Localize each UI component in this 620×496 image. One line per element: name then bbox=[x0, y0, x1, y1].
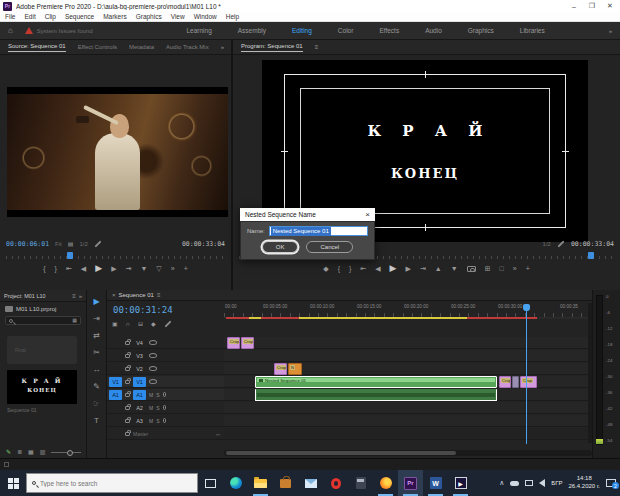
thumbnail-zoom-slider[interactable] bbox=[51, 452, 81, 453]
minimize-button[interactable]: – bbox=[567, 3, 581, 10]
lock-icon[interactable] bbox=[125, 341, 130, 345]
workspace-tab-editing[interactable]: Editing bbox=[292, 27, 312, 34]
add-marker-button[interactable]: ◆ bbox=[323, 265, 328, 272]
timeline-add-marker-icon[interactable]: ◆ bbox=[151, 321, 156, 327]
project-item-1-thumbnail[interactable]: Final bbox=[7, 336, 77, 364]
step-back-button[interactable]: ◀ bbox=[81, 265, 86, 272]
mark-in-button[interactable]: { bbox=[43, 265, 45, 272]
project-panel-menu-icon[interactable]: ≡ bbox=[72, 293, 76, 299]
track-header-v4[interactable]: V4 bbox=[107, 337, 224, 349]
project-overflow-icon[interactable]: » bbox=[79, 293, 82, 299]
project-search-input[interactable] bbox=[16, 318, 69, 324]
snap-icon[interactable]: ∩ bbox=[126, 321, 130, 327]
track-name-v2[interactable]: V2 bbox=[133, 364, 146, 374]
nested-sequence-audio-clip[interactable] bbox=[255, 389, 497, 401]
menu-sequence[interactable]: Sequence bbox=[65, 13, 94, 20]
start-button[interactable] bbox=[0, 470, 26, 496]
calculator-button[interactable] bbox=[348, 470, 373, 496]
project-file-row[interactable]: M01 L10.prproj bbox=[0, 302, 86, 314]
overwrite-button[interactable]: ▽ bbox=[156, 265, 161, 272]
lock-icon[interactable] bbox=[125, 367, 130, 371]
track-header-a3[interactable]: A3 M S bbox=[107, 415, 224, 427]
program-playhead[interactable] bbox=[588, 252, 594, 259]
freeform-view-icon[interactable]: ▥ bbox=[40, 449, 46, 455]
menu-view[interactable]: View bbox=[171, 13, 185, 20]
clip-crop[interactable]: Crop bbox=[241, 337, 254, 349]
timeline-tab-close-icon[interactable]: × bbox=[112, 292, 116, 298]
clip-small[interactable] bbox=[512, 376, 519, 388]
go-to-out-button[interactable]: ⇥ bbox=[126, 265, 132, 272]
track-name-a1[interactable]: A1 bbox=[133, 390, 146, 400]
taskbar-search-input[interactable] bbox=[40, 480, 170, 487]
program-play-button[interactable]: ▶ bbox=[390, 264, 397, 273]
mail-button[interactable] bbox=[298, 470, 323, 496]
lock-icon[interactable] bbox=[125, 406, 130, 410]
workspace-tab-libraries[interactable]: Libraries bbox=[520, 27, 545, 34]
panel-overflow-icon[interactable]: » bbox=[221, 44, 224, 50]
workspace-overflow-icon[interactable]: » bbox=[609, 28, 612, 34]
project-item-2-label[interactable]: Sequence 01 bbox=[7, 407, 77, 413]
tab-project[interactable]: Project: M01 L10 bbox=[4, 293, 69, 299]
track-name-v1[interactable]: V1 bbox=[133, 377, 146, 387]
timeline-playhead[interactable] bbox=[526, 304, 527, 444]
workspace-tab-effects[interactable]: Effects bbox=[379, 27, 399, 34]
close-button[interactable]: ✕ bbox=[603, 2, 617, 10]
clip-nested[interactable]: N bbox=[288, 363, 302, 375]
razor-tool[interactable]: ✂ bbox=[93, 349, 100, 357]
track-header-v3[interactable]: V3 bbox=[107, 350, 224, 362]
timeline-settings-wrench-icon[interactable] bbox=[164, 320, 171, 327]
workspace-tab-graphics[interactable]: Graphics bbox=[468, 27, 494, 34]
comparison-view-button[interactable]: ⊞ bbox=[485, 265, 491, 272]
panel-menu-icon[interactable]: ≡ bbox=[315, 44, 319, 50]
safe-margins-button[interactable]: □ bbox=[500, 265, 504, 272]
type-tool[interactable]: T bbox=[94, 417, 99, 425]
firefox-button[interactable] bbox=[373, 470, 398, 496]
source-zoom-select[interactable]: Fit bbox=[55, 241, 62, 247]
track-header-v1[interactable]: V1 V1 bbox=[107, 376, 224, 388]
track-lane-master[interactable] bbox=[224, 428, 592, 440]
voiceover-mic-icon[interactable] bbox=[163, 392, 166, 397]
transport-overflow-icon[interactable]: » bbox=[171, 265, 175, 272]
source-resolution-select[interactable]: 1/2 bbox=[79, 241, 87, 247]
mute-button[interactable]: M bbox=[149, 392, 153, 398]
menu-help[interactable]: Help bbox=[226, 13, 239, 20]
tab-metadata[interactable]: Metadata bbox=[129, 44, 154, 50]
extract-button[interactable]: ▼ bbox=[451, 265, 458, 272]
program-mark-in-button[interactable]: { bbox=[338, 265, 340, 272]
scrollbar-thumb[interactable] bbox=[226, 451, 456, 455]
program-settings-wrench-icon[interactable] bbox=[557, 240, 564, 247]
captions-icon[interactable]: ▤ bbox=[68, 241, 74, 247]
nest-toggle-icon[interactable]: ▣ bbox=[112, 321, 118, 327]
volume-icon[interactable] bbox=[539, 479, 545, 487]
timeline-ruler[interactable]: 00:00 00:00:05:00 00:00:10:00 00:00:15:0… bbox=[224, 303, 592, 317]
program-button-editor-icon[interactable]: + bbox=[526, 265, 530, 272]
menu-clip[interactable]: Clip bbox=[45, 13, 56, 20]
premiere-pro-button[interactable]: Pr bbox=[398, 470, 423, 496]
track-header-master[interactable]: Master ↔ bbox=[107, 428, 224, 440]
insert-button[interactable]: ▼ bbox=[140, 265, 147, 272]
filter-bin-icon[interactable]: ▦ bbox=[72, 318, 77, 323]
track-lane-v3[interactable] bbox=[224, 350, 592, 362]
tab-source[interactable]: Source: Sequence 01 bbox=[8, 43, 66, 52]
system-issues-label[interactable]: System Issues found bbox=[37, 28, 93, 34]
maximize-button[interactable]: ❐ bbox=[585, 2, 599, 10]
menu-file[interactable]: File bbox=[5, 13, 15, 20]
cancel-button[interactable]: Cancel bbox=[306, 241, 353, 253]
dialog-titlebar[interactable]: Nested Sequence Name × bbox=[240, 208, 375, 221]
solo-button[interactable]: S bbox=[156, 418, 159, 424]
project-search-box[interactable]: ▦ bbox=[5, 316, 81, 325]
menu-edit[interactable]: Edit bbox=[24, 13, 35, 20]
keyboard-language[interactable]: БГР bbox=[551, 480, 562, 486]
voiceover-mic-icon[interactable] bbox=[163, 405, 166, 410]
track-name-v4[interactable]: V4 bbox=[133, 338, 146, 348]
track-lane-v2[interactable]: Crop N bbox=[224, 363, 592, 375]
file-explorer-button[interactable] bbox=[248, 470, 273, 496]
tab-timeline-sequence[interactable]: Sequence 01 bbox=[119, 292, 154, 298]
lock-icon[interactable] bbox=[125, 354, 130, 358]
program-go-to-out-button[interactable]: ⇥ bbox=[420, 265, 426, 272]
lock-icon[interactable] bbox=[125, 432, 130, 436]
taskbar-search-box[interactable] bbox=[26, 473, 198, 493]
tray-chevron-icon[interactable]: ∧ bbox=[499, 479, 504, 487]
program-resolution-value[interactable]: 1/2 bbox=[543, 241, 551, 247]
task-view-button[interactable] bbox=[198, 470, 223, 496]
